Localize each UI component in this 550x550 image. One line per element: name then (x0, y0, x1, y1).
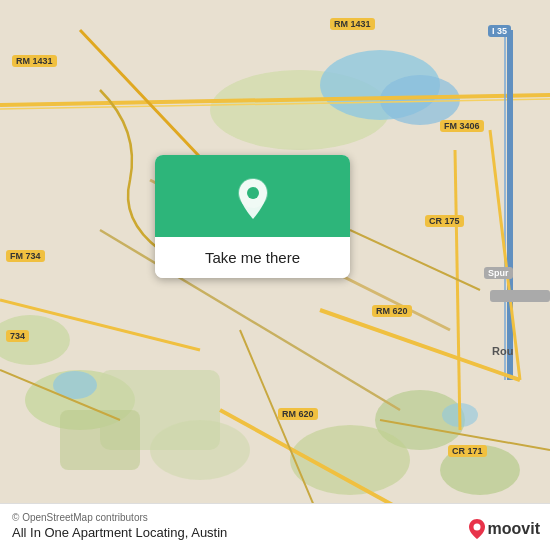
action-card: Take me there (155, 155, 350, 278)
svg-line-25 (240, 330, 320, 520)
svg-text:Rou: Rou (492, 345, 513, 357)
label-rm620-low: RM 620 (278, 408, 318, 420)
location-label: All In One Apartment Locating, Austin (12, 525, 538, 540)
card-header (155, 155, 350, 237)
label-cr175: CR 175 (425, 215, 464, 227)
svg-point-33 (473, 524, 480, 531)
label-fm3406: FM 3406 (440, 120, 484, 132)
label-fm734: FM 734 (6, 250, 45, 262)
location-pin-icon (235, 177, 271, 221)
svg-line-19 (320, 310, 520, 380)
svg-rect-6 (60, 410, 140, 470)
moovit-brand-text: moovit (488, 520, 540, 538)
map-container: Rou RM 1431 RM 1431 FM 3406 I 35 FM 734 … (0, 0, 550, 550)
label-spur: Spur (484, 267, 513, 279)
svg-rect-29 (490, 290, 550, 302)
svg-line-26 (350, 230, 480, 290)
bottom-bar: © OpenStreetMap contributors All In One … (0, 503, 550, 550)
take-me-there-button[interactable]: Take me there (155, 237, 350, 278)
svg-line-18 (455, 150, 460, 430)
label-cr171: CR 171 (448, 445, 487, 457)
label-i35: I 35 (488, 25, 511, 37)
label-rm620-right: RM 620 (372, 305, 412, 317)
label-734: 734 (6, 330, 29, 342)
label-rm1431-left: RM 1431 (12, 55, 57, 67)
svg-point-5 (150, 420, 250, 480)
moovit-pin-icon (468, 518, 486, 540)
svg-point-10 (380, 75, 460, 125)
copyright-text: © OpenStreetMap contributors (12, 512, 538, 523)
label-rm1431-top: RM 1431 (330, 18, 375, 30)
moovit-logo: moovit (468, 518, 540, 540)
svg-point-32 (247, 187, 259, 199)
